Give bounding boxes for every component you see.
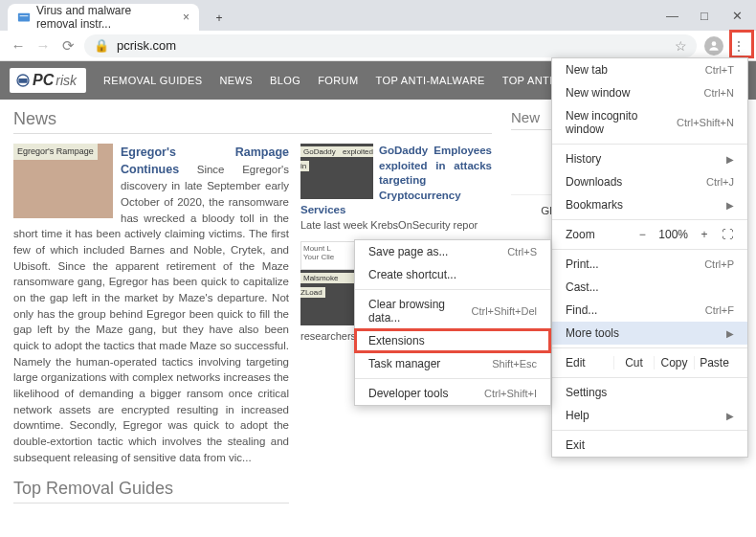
svg-rect-4 bbox=[18, 78, 27, 83]
submenu-task-manager[interactable]: Task managerShift+Esc bbox=[355, 352, 550, 375]
bookmarks-label: Bookmarks bbox=[566, 198, 623, 212]
svg-point-2 bbox=[712, 41, 717, 46]
zoom-label: Zoom bbox=[566, 228, 595, 241]
find-label: Find... bbox=[566, 303, 597, 317]
cast-label: Cast... bbox=[566, 280, 599, 294]
save-page-kbd: Ctrl+S bbox=[507, 246, 537, 257]
menu-downloads[interactable]: DownloadsCtrl+J bbox=[552, 170, 747, 193]
menu-more-tools[interactable]: More tools▶ bbox=[552, 322, 747, 345]
print-kbd: Ctrl+P bbox=[704, 258, 734, 270]
url-text: pcrisk.com bbox=[117, 38, 176, 53]
menu-cast[interactable]: Cast... bbox=[552, 276, 747, 299]
new-window-kbd: Ctrl+N bbox=[704, 87, 734, 99]
history-label: History bbox=[566, 152, 601, 166]
article-thumb-2[interactable]: GoDaddy exploited in bbox=[300, 144, 373, 199]
new-window-label: New window bbox=[566, 86, 630, 100]
titlebar: Virus and malware removal instr... × + —… bbox=[0, 0, 756, 31]
task-manager-label: Task manager bbox=[368, 357, 440, 370]
menu-incognito[interactable]: New incognito windowCtrl+Shift+N bbox=[552, 104, 747, 141]
menu-exit[interactable]: Exit bbox=[552, 434, 747, 457]
profile-avatar-button[interactable] bbox=[704, 36, 723, 56]
article-thumb-1[interactable]: Egregor's Rampage bbox=[13, 144, 113, 218]
cut-button[interactable]: Cut bbox=[613, 356, 654, 369]
menu-separator-1 bbox=[552, 144, 747, 145]
forward-button[interactable]: → bbox=[34, 37, 52, 54]
menu-separator-5 bbox=[552, 377, 747, 378]
thumb-2-label: GoDaddy exploited in bbox=[300, 146, 373, 171]
new-tab-label: New tab bbox=[566, 63, 608, 77]
nav-news[interactable]: NEWS bbox=[219, 75, 253, 86]
menu-edit-row: Edit Cut Copy Paste bbox=[552, 351, 747, 374]
edit-label: Edit bbox=[566, 356, 613, 369]
article-2-body: Late last week KrebsOnSecurity repor bbox=[300, 219, 478, 231]
menu-separator-2 bbox=[552, 219, 747, 220]
incognito-kbd: Ctrl+Shift+N bbox=[677, 117, 734, 128]
zoom-in-button[interactable]: + bbox=[698, 228, 711, 241]
chevron-right-icon: ▶ bbox=[726, 200, 734, 211]
nav-forum[interactable]: FORUM bbox=[318, 75, 358, 86]
logo-risk: risk bbox=[56, 73, 77, 88]
submenu-extensions[interactable]: Extensions bbox=[355, 329, 550, 352]
print-label: Print... bbox=[566, 257, 599, 271]
article-godaddy: GoDaddy exploited in GoDaddy Employees e… bbox=[300, 144, 492, 232]
tab-favicon-icon bbox=[17, 11, 31, 24]
zoom-out-button[interactable]: − bbox=[635, 228, 649, 241]
new-tab-button[interactable]: + bbox=[207, 6, 232, 31]
submenu-clear-browsing[interactable]: Clear browsing data...Ctrl+Shift+Del bbox=[355, 293, 550, 329]
zoom-value: 100% bbox=[658, 228, 688, 241]
menu-separator-4 bbox=[552, 347, 747, 348]
downloads-kbd: Ctrl+J bbox=[706, 176, 734, 188]
nav-removal-guides[interactable]: REMOVAL GUIDES bbox=[103, 75, 202, 86]
more-tools-submenu: Save page as...Ctrl+S Create shortcut...… bbox=[354, 239, 551, 406]
menu-separator-6 bbox=[552, 430, 747, 431]
site-logo[interactable]: PCrisk bbox=[10, 68, 86, 93]
window-close-button[interactable]: ✕ bbox=[731, 9, 743, 23]
menu-print[interactable]: Print...Ctrl+P bbox=[552, 253, 747, 276]
back-button[interactable]: ← bbox=[10, 37, 27, 54]
new-tab-kbd: Ctrl+T bbox=[705, 64, 734, 76]
submenu-save-page[interactable]: Save page as...Ctrl+S bbox=[355, 240, 550, 263]
menu-zoom: Zoom − 100% + ⛶ bbox=[552, 223, 747, 246]
chevron-right-icon: ▶ bbox=[726, 411, 734, 421]
copy-button[interactable]: Copy bbox=[654, 356, 694, 369]
menu-new-window[interactable]: New windowCtrl+N bbox=[552, 81, 747, 104]
extensions-label: Extensions bbox=[368, 334, 425, 347]
top-removal-heading: Top Removal Guides bbox=[13, 479, 289, 503]
window-minimize-button[interactable]: — bbox=[666, 9, 678, 23]
exit-label: Exit bbox=[566, 438, 585, 452]
news-heading: News bbox=[13, 109, 492, 134]
nav-top-antimalware[interactable]: TOP ANTI-MALWARE bbox=[376, 75, 485, 86]
tab-close-icon[interactable]: × bbox=[183, 11, 189, 24]
menu-bookmarks[interactable]: Bookmarks▶ bbox=[552, 193, 747, 216]
fullscreen-icon[interactable]: ⛶ bbox=[721, 228, 734, 241]
chrome-main-menu: New tabCtrl+T New windowCtrl+N New incog… bbox=[551, 57, 748, 458]
settings-label: Settings bbox=[566, 386, 607, 399]
clear-browsing-kbd: Ctrl+Shift+Del bbox=[472, 305, 537, 317]
menu-history[interactable]: History▶ bbox=[552, 147, 747, 170]
help-label: Help bbox=[566, 409, 589, 422]
dev-tools-label: Developer tools bbox=[368, 387, 448, 400]
incognito-label: New incognito window bbox=[566, 109, 677, 136]
more-tools-label: More tools bbox=[566, 326, 619, 340]
thumb-1-label: Egregor's Rampage bbox=[13, 144, 98, 160]
chevron-right-icon: ▶ bbox=[726, 154, 734, 165]
star-icon[interactable]: ☆ bbox=[675, 38, 687, 54]
nav-blog[interactable]: BLOG bbox=[270, 75, 300, 86]
reload-button[interactable]: ⟳ bbox=[59, 37, 77, 55]
task-manager-kbd: Shift+Esc bbox=[492, 358, 537, 369]
downloads-label: Downloads bbox=[566, 175, 622, 189]
menu-settings[interactable]: Settings bbox=[552, 381, 747, 404]
menu-new-tab[interactable]: New tabCtrl+T bbox=[552, 58, 747, 81]
dev-tools-kbd: Ctrl+Shift+I bbox=[484, 388, 537, 399]
chevron-right-icon: ▶ bbox=[726, 328, 734, 339]
secure-icon: 🔒 bbox=[94, 38, 109, 53]
window-maximize-button[interactable]: □ bbox=[699, 9, 710, 23]
menu-help[interactable]: Help▶ bbox=[552, 404, 747, 427]
browser-tab[interactable]: Virus and malware removal instr... × bbox=[8, 4, 199, 31]
menu-find[interactable]: Find...Ctrl+F bbox=[552, 299, 747, 322]
submenu-dev-tools[interactable]: Developer toolsCtrl+Shift+I bbox=[355, 382, 550, 405]
paste-button[interactable]: Paste bbox=[694, 356, 734, 369]
submenu-create-shortcut[interactable]: Create shortcut... bbox=[355, 263, 550, 286]
address-bar[interactable]: 🔒 pcrisk.com ☆ bbox=[84, 34, 697, 57]
chrome-menu-button[interactable]: ⋮ bbox=[731, 38, 746, 54]
